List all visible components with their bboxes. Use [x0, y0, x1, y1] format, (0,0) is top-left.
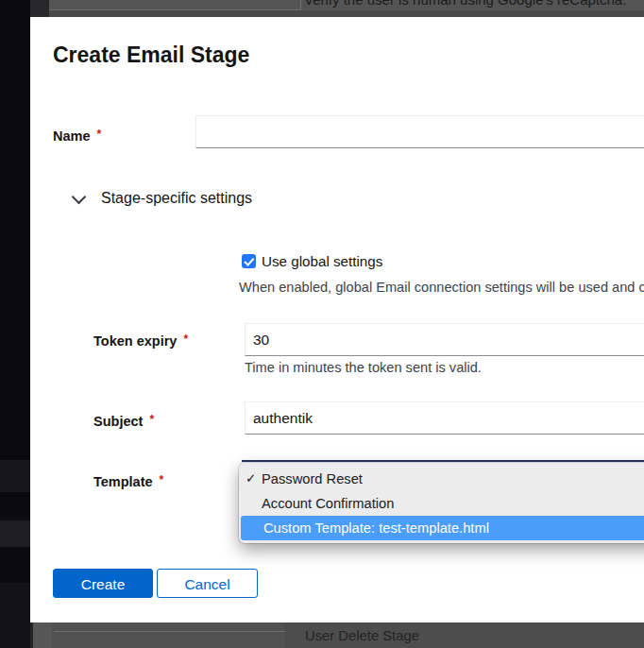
name-input[interactable]: [195, 115, 644, 148]
required-asterisk: *: [183, 333, 188, 346]
template-select-focus-border: [242, 460, 644, 462]
background-cell: [33, 622, 52, 648]
chevron-down-icon: [72, 190, 87, 205]
background-row-text: User Delete Stage: [305, 628, 419, 643]
required-asterisk: *: [97, 128, 102, 141]
dropdown-option-account-confirmation[interactable]: Account Confirmation: [239, 491, 644, 516]
token-expiry-help: Time in minutes the token sent is valid.: [245, 360, 482, 375]
table-row-divider: [54, 631, 285, 632]
table-column-divider: [300, 0, 301, 10]
use-global-settings-label[interactable]: Use global settings: [262, 253, 382, 269]
check-icon: ✓: [246, 467, 256, 491]
template-label: Template*: [93, 472, 163, 489]
background-cell: [30, 0, 49, 17]
name-label: Name*: [53, 127, 101, 144]
sidebar-item-dimmed: [0, 583, 30, 648]
table-column-divider: [285, 622, 286, 648]
template-dropdown-popup: ✓Password Reset Account Confirmation Cus…: [239, 463, 644, 543]
sidebar-item-dimmed: [0, 520, 30, 547]
required-asterisk: *: [149, 413, 154, 426]
dropdown-option-password-reset[interactable]: ✓Password Reset: [239, 467, 644, 491]
token-expiry-label: Token expiry*: [93, 332, 188, 349]
group-header-stage-specific-settings[interactable]: Stage-specific settings: [101, 190, 252, 207]
app-sidebar: [0, 0, 30, 648]
subject-input[interactable]: [245, 401, 644, 435]
cancel-button[interactable]: Cancel: [157, 569, 258, 598]
use-global-settings-checkbox[interactable]: [242, 254, 256, 268]
subject-label: Subject*: [93, 412, 154, 429]
sidebar-item-dimmed: [0, 460, 30, 492]
required-asterisk: *: [160, 473, 164, 486]
use-global-settings-help: When enabled, global Email connection se…: [239, 280, 644, 295]
dropdown-option-custom-template[interactable]: Custom Template: test-template.html: [241, 516, 644, 540]
modal-title: Create Email Stage: [53, 43, 249, 68]
token-expiry-input[interactable]: [245, 323, 644, 356]
create-button[interactable]: Create: [53, 569, 153, 598]
background-table-top: Verify the user is human using Google's …: [30, 0, 644, 17]
create-email-stage-modal: Create Email Stage Name* Stage-specific …: [30, 17, 644, 622]
background-table-bottom: User Delete Stage: [30, 622, 644, 648]
screen: Verify the user is human using Google's …: [0, 0, 644, 648]
table-row-dimmed: [49, 10, 644, 17]
background-row-text: Verify the user is human using Google's …: [304, 0, 626, 8]
